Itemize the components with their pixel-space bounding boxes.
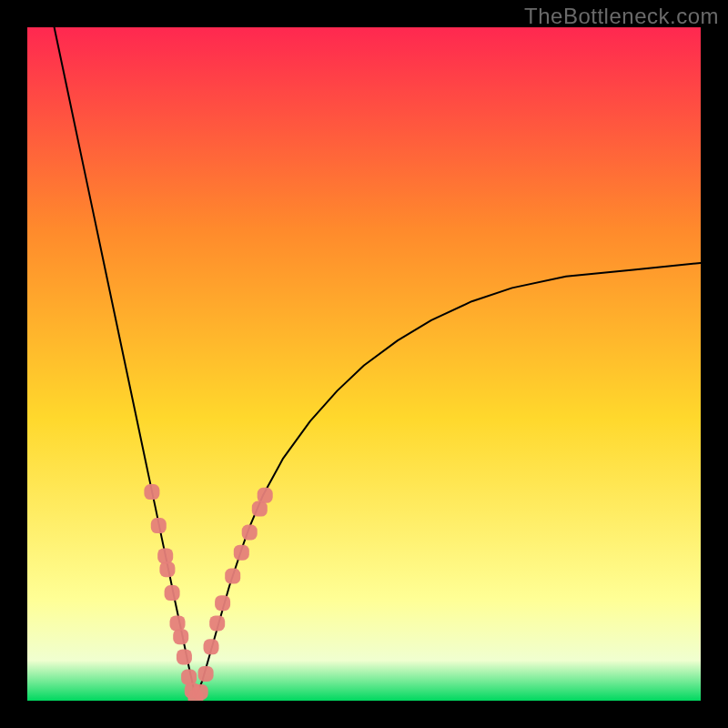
curve-marker	[181, 670, 197, 685]
bottleneck-chart	[27, 27, 701, 701]
curve-marker	[193, 684, 208, 700]
chart-frame: TheBottleneck.com	[0, 0, 728, 728]
curve-marker	[151, 518, 167, 533]
curve-marker	[242, 525, 258, 541]
curve-marker	[258, 488, 273, 503]
curve-marker	[234, 545, 249, 561]
curve-marker	[165, 585, 180, 601]
curve-marker	[159, 561, 175, 577]
curve-marker	[204, 639, 219, 654]
curve-marker	[173, 629, 188, 644]
curve-marker	[144, 484, 159, 500]
curve-marker	[225, 569, 240, 584]
curve-marker	[177, 649, 192, 664]
chart-background	[27, 27, 701, 701]
curve-marker	[170, 615, 186, 631]
curve-marker	[157, 548, 173, 563]
curve-marker	[209, 615, 225, 631]
plot-area	[27, 27, 701, 701]
curve-marker	[198, 666, 214, 682]
curve-marker	[215, 595, 230, 611]
watermark-text: TheBottleneck.com	[524, 4, 719, 29]
curve-marker	[252, 501, 268, 517]
